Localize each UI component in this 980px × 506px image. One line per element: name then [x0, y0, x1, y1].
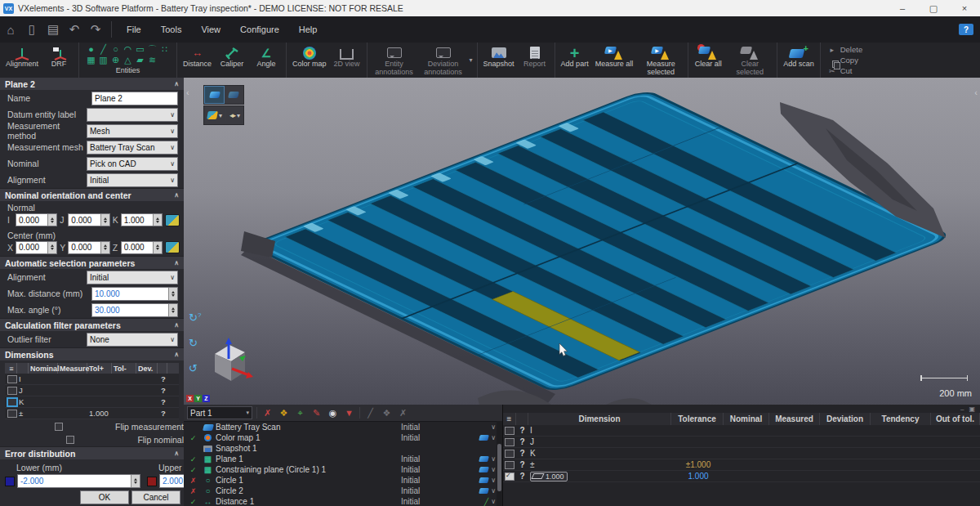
tree-row-battery-tray-scan[interactable]: Battery Tray Scan Initial ∨: [184, 422, 502, 432]
add-scan-button[interactable]: + Add scan: [780, 43, 817, 78]
viewport-collapse-right-icon[interactable]: ‹: [974, 87, 978, 97]
dim-row-k[interactable]: K ?: [5, 396, 179, 408]
center-x-input[interactable]: [16, 241, 57, 254]
spinner[interactable]: [168, 304, 177, 316]
chevron-down-icon[interactable]: ∨: [491, 487, 496, 495]
normal-j-input[interactable]: [68, 213, 109, 226]
copy-button[interactable]: Copy: [828, 56, 862, 65]
table-minimize-icon[interactable]: –: [960, 405, 964, 413]
checkbox[interactable]: [7, 398, 17, 406]
mesh-tool-icon[interactable]: ❖: [381, 408, 393, 419]
flip-nominal-row[interactable]: Flip nominal: [0, 433, 184, 446]
show-mesh-button[interactable]: [205, 87, 224, 103]
minimize-button[interactable]: –: [887, 0, 918, 16]
auto-selection-section-header[interactable]: Automatic selection parameters∧: [0, 256, 184, 269]
new-document-icon[interactable]: ▯: [21, 20, 42, 38]
entity-ellipse-icon[interactable]: ◠: [124, 45, 132, 54]
menu-configure[interactable]: Configure: [230, 25, 289, 34]
chevron-down-icon[interactable]: ∨: [491, 423, 496, 431]
spinner[interactable]: [131, 475, 140, 487]
table-row-k[interactable]: ? K: [503, 448, 980, 459]
measurement-method-select[interactable]: Mesh∨: [87, 124, 178, 138]
rotate-hint-icon[interactable]: ↻?: [189, 311, 201, 324]
home-icon[interactable]: ⌂: [0, 20, 21, 38]
tree-row-snapshot[interactable]: Snapshot 1: [184, 443, 502, 454]
redo-icon[interactable]: ↷: [85, 20, 106, 38]
checkbox[interactable]: [505, 461, 514, 469]
orientation-section-header[interactable]: Nominal orientation and center∧: [0, 188, 184, 201]
entity-circle-icon[interactable]: ○: [113, 45, 118, 54]
entity-table-icon[interactable]: ▥: [99, 56, 107, 65]
alignment-select[interactable]: Initial∨: [87, 173, 178, 187]
angle-button[interactable]: ∠ Angle: [249, 43, 283, 78]
caliper-button[interactable]: Caliper: [215, 43, 249, 78]
tree-scrollbar[interactable]: [497, 421, 502, 506]
rotate-ccw-icon[interactable]: ↺: [189, 362, 201, 374]
table-row-j[interactable]: ? J: [503, 437, 980, 448]
measurement-mesh-select[interactable]: Battery Tray Scan∨: [87, 141, 178, 154]
3d-viewport[interactable]: ‹ ‹ ▾ ◂▸▾ ↻? ↻ ↺: [184, 78, 980, 405]
center-z-input[interactable]: [121, 241, 163, 254]
spinner[interactable]: [168, 288, 177, 300]
rotate-cw-icon[interactable]: ↻: [189, 337, 201, 349]
tree-row-circle-2[interactable]: ✗ ○ Circle 2 Initial ∨: [184, 486, 502, 496]
tree-row-constraining-plane[interactable]: ✓ ▦ Constraining plane (Circle 1) 1 Init…: [184, 464, 502, 475]
datum-entity-select[interactable]: ∨: [87, 108, 178, 122]
upper-input[interactable]: [159, 474, 185, 488]
snapshot-button[interactable]: Snapshot: [480, 43, 518, 78]
table-row-i[interactable]: ? I: [503, 425, 980, 437]
entity-plane-icon[interactable]: ▦: [87, 56, 95, 65]
maximize-button[interactable]: ▢: [918, 0, 949, 16]
entity-point-icon[interactable]: ●: [88, 45, 94, 54]
deviation-annotations-button[interactable]: Deviation annotations: [419, 43, 468, 78]
collapse-icon[interactable]: ∧: [174, 321, 179, 329]
collapse-icon[interactable]: ∧: [174, 450, 179, 457]
dim-row-plusminus[interactable]: ± 1.000 ?: [5, 408, 179, 419]
error-distribution-section-header[interactable]: Error distribution∧: [0, 446, 184, 459]
checkbox[interactable]: [7, 410, 17, 418]
spinner[interactable]: [100, 214, 109, 226]
checkbox[interactable]: [55, 423, 63, 431]
color-map-button[interactable]: Color map: [289, 43, 330, 78]
collapse-icon[interactable]: ∧: [174, 351, 179, 358]
nominal-select[interactable]: Pick on CAD∨: [87, 157, 178, 171]
table-pin-icon[interactable]: ▣: [969, 405, 975, 413]
axis-system-icon[interactable]: ⌖: [294, 408, 306, 419]
chevron-down-icon[interactable]: ∨: [491, 477, 496, 484]
name-input[interactable]: [91, 92, 178, 105]
help-bubble-icon[interactable]: ?: [959, 24, 973, 35]
close-button[interactable]: ×: [949, 0, 980, 16]
entity-pattern-icon[interactable]: ∷: [162, 45, 167, 54]
chevron-down-icon[interactable]: ∨: [491, 455, 496, 463]
alignment-button[interactable]: Alignment: [2, 43, 42, 78]
paint-selection-icon[interactable]: ✎: [310, 408, 323, 419]
collapse-icon[interactable]: ∧: [174, 259, 179, 266]
checkbox[interactable]: [7, 375, 17, 383]
max-distance-input[interactable]: [91, 287, 178, 301]
spinner[interactable]: [153, 242, 162, 253]
entity-sphere-icon[interactable]: ⊕: [112, 56, 119, 65]
dim-row-j[interactable]: J ?: [5, 385, 179, 396]
pick-normal-button[interactable]: [165, 214, 180, 226]
color-map-view-button[interactable]: ▾: [206, 107, 224, 123]
spinner[interactable]: [47, 214, 56, 226]
tree-row-color-map[interactable]: ✓ Color map 1 Initial ∨: [184, 432, 502, 443]
max-angle-input[interactable]: [91, 303, 178, 317]
outlier-filter-select[interactable]: None∨: [87, 333, 178, 347]
clear-all-button[interactable]: ✗ Clear all: [691, 43, 725, 78]
menu-view[interactable]: View: [191, 25, 230, 34]
measure-all-button[interactable]: ▶ Measure all: [592, 43, 637, 78]
add-part-button[interactable]: + Add part: [558, 43, 592, 78]
visibility-icon[interactable]: ◉: [327, 408, 339, 419]
center-y-input[interactable]: [68, 241, 109, 254]
remove-icon[interactable]: ✗: [397, 408, 409, 419]
normal-k-input[interactable]: [121, 213, 163, 226]
view-orientation-button[interactable]: ◂▸▾: [228, 107, 242, 123]
deselect-all-icon[interactable]: ✗: [261, 408, 274, 419]
battery-tray-model[interactable]: [184, 78, 980, 405]
entity-rectangle-icon[interactable]: ▭: [136, 45, 144, 54]
checkbox[interactable]: [66, 436, 74, 444]
part-select[interactable]: Part 1▾: [187, 406, 252, 419]
flatness-tolerance-chip[interactable]: 1.000: [530, 472, 568, 481]
entity-cone-icon[interactable]: △: [124, 56, 131, 65]
